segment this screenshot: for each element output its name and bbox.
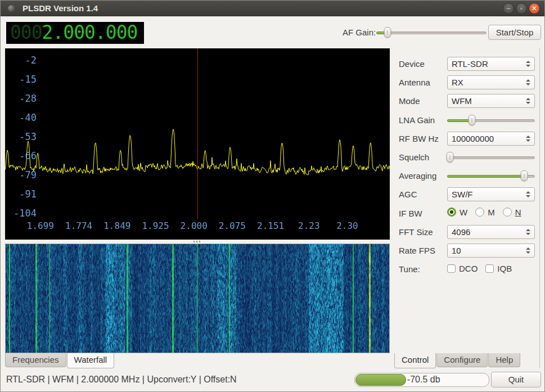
tab-control[interactable]: Control bbox=[394, 353, 436, 368]
spinner-arrows-icon[interactable] bbox=[526, 229, 530, 235]
radio-option-w[interactable]: W bbox=[447, 208, 467, 217]
row-averaging: Averaging bbox=[399, 166, 535, 185]
tab-waterfall[interactable]: Waterfall bbox=[67, 353, 115, 368]
spinbox-rf-bw-hz[interactable]: 100000000 bbox=[447, 132, 535, 146]
spinner-arrows-icon[interactable] bbox=[526, 98, 530, 104]
checkbox-option-dco[interactable]: DCO bbox=[447, 264, 478, 273]
frequency-dim-digits: 000 bbox=[10, 21, 42, 43]
display-tabbar: FrequenciesWaterfall bbox=[5, 353, 115, 368]
signal-level-value: -70.5 db bbox=[407, 375, 440, 385]
y-tick-label: -79 bbox=[8, 169, 37, 181]
slider-lna-gain[interactable] bbox=[447, 113, 535, 127]
label-agc: AGC bbox=[399, 190, 447, 199]
spinner-arrows-icon[interactable] bbox=[526, 247, 530, 254]
arrow-down-icon[interactable] bbox=[526, 83, 530, 85]
af-gain-slider[interactable] bbox=[376, 25, 487, 39]
arrow-up-icon[interactable] bbox=[526, 247, 530, 250]
tab-configure[interactable]: Configure bbox=[436, 353, 488, 367]
slider-track[interactable] bbox=[447, 156, 535, 159]
control-panel: DeviceRTL-SDRAntennaRXModeWFMLNA GainRF … bbox=[399, 55, 535, 278]
arrow-up-icon[interactable] bbox=[526, 191, 530, 193]
radio-icon[interactable] bbox=[503, 208, 512, 217]
slider-fill bbox=[447, 175, 524, 178]
radio-icon[interactable] bbox=[475, 208, 484, 217]
app-icon bbox=[8, 5, 15, 12]
arrow-down-icon[interactable] bbox=[526, 139, 530, 142]
combo-rate-fps[interactable]: 10 bbox=[447, 244, 535, 258]
arrow-down-icon[interactable] bbox=[526, 195, 530, 197]
spinner-arrows-icon[interactable] bbox=[526, 191, 530, 197]
value-rate-fps: 10 bbox=[452, 246, 461, 255]
frequency-lit-digits: 2.000.000 bbox=[42, 21, 138, 43]
pane-splitter[interactable] bbox=[5, 240, 390, 244]
slider-handle[interactable] bbox=[468, 115, 475, 125]
checkbox-label: IQB bbox=[497, 264, 512, 273]
radio-label: W bbox=[460, 208, 467, 217]
checkbox-icon[interactable] bbox=[485, 264, 494, 273]
row-agc: AGCSW/F bbox=[399, 185, 535, 204]
x-tick-label: 1.925 bbox=[142, 220, 169, 231]
title-bar[interactable]: PLSDR Version 1.4 – ▫ ✕ bbox=[1, 1, 544, 16]
arrow-up-icon[interactable] bbox=[526, 229, 530, 231]
label-lna-gain: LNA Gain bbox=[399, 115, 447, 125]
slider-averaging[interactable] bbox=[447, 169, 535, 183]
frequency-display[interactable]: 0002.000.000 bbox=[6, 22, 144, 44]
arrow-up-icon[interactable] bbox=[526, 98, 530, 100]
arrow-up-icon[interactable] bbox=[526, 136, 530, 138]
spectrum-display[interactable]: -2-15-28-40-53-66-79-91-1041.6991.7741.8… bbox=[5, 48, 390, 240]
panel-tabbar: ControlConfigureHelp bbox=[394, 353, 521, 368]
arrow-down-icon[interactable] bbox=[526, 65, 530, 67]
label-fft-size: FFT Size bbox=[399, 227, 447, 237]
slider-handle[interactable] bbox=[446, 152, 453, 163]
quit-button[interactable]: Quit bbox=[491, 372, 541, 388]
slider-handle[interactable] bbox=[384, 27, 391, 38]
tab-frequencies[interactable]: Frequencies bbox=[5, 353, 66, 367]
spinner-arrows-icon[interactable] bbox=[526, 136, 530, 142]
value-antenna: RX bbox=[452, 78, 463, 87]
start-stop-button[interactable]: Start/Stop bbox=[488, 25, 541, 40]
checkbox-icon[interactable] bbox=[447, 264, 456, 273]
spinner-arrows-icon[interactable] bbox=[526, 79, 530, 85]
radio-option-n[interactable]: N bbox=[503, 208, 521, 217]
y-tick-label: -28 bbox=[8, 93, 37, 104]
tab-help[interactable]: Help bbox=[488, 353, 520, 367]
row-mode: ModeWFM bbox=[399, 92, 535, 110]
spinner-arrows-icon[interactable] bbox=[526, 61, 530, 67]
combo-antenna[interactable]: RX bbox=[447, 75, 535, 89]
waterfall-canvas[interactable] bbox=[6, 244, 389, 353]
arrow-down-icon[interactable] bbox=[526, 102, 530, 104]
checkbox-option-iqb[interactable]: IQB bbox=[485, 264, 512, 273]
control-antenna: RX bbox=[447, 75, 535, 89]
radio-option-m[interactable]: M bbox=[475, 208, 495, 217]
close-button[interactable]: ✕ bbox=[529, 3, 540, 14]
radio-icon[interactable] bbox=[447, 208, 456, 217]
control-device: RTL-SDR bbox=[447, 57, 535, 71]
control-averaging bbox=[447, 169, 535, 183]
row-tune: Tune:DCOIQB bbox=[399, 260, 535, 278]
y-tick-label: -2 bbox=[8, 55, 37, 66]
label-device: Device bbox=[399, 59, 447, 69]
label-mode: Mode bbox=[399, 96, 447, 106]
combo-mode[interactable]: WFM bbox=[447, 94, 535, 108]
arrow-down-icon[interactable] bbox=[526, 233, 530, 235]
arrow-up-icon[interactable] bbox=[526, 61, 530, 63]
combo-device[interactable]: RTL-SDR bbox=[447, 57, 535, 71]
arrow-up-icon[interactable] bbox=[526, 79, 530, 82]
waterfall-display[interactable] bbox=[5, 244, 390, 353]
slider-track[interactable] bbox=[376, 31, 487, 34]
control-fft-size: 4096 bbox=[447, 225, 535, 239]
maximize-button[interactable]: ▫ bbox=[516, 3, 527, 14]
row-if-bw: IF BWWMN bbox=[399, 204, 535, 223]
splitter-grip-icon[interactable] bbox=[193, 241, 201, 242]
control-lna-gain bbox=[447, 113, 535, 127]
label-rf-bw-hz: RF BW Hz bbox=[399, 134, 447, 143]
arrow-down-icon[interactable] bbox=[526, 251, 530, 254]
value-rf-bw-hz: 100000000 bbox=[452, 134, 494, 143]
minimize-button[interactable]: – bbox=[503, 3, 514, 14]
combo-agc[interactable]: SW/F bbox=[447, 187, 535, 201]
row-rf-bw-hz: RF BW Hz100000000 bbox=[399, 129, 535, 148]
combo-fft-size[interactable]: 4096 bbox=[447, 225, 535, 239]
label-antenna: Antenna bbox=[399, 78, 447, 87]
slider-squelch[interactable] bbox=[447, 150, 535, 164]
slider-handle[interactable] bbox=[521, 170, 528, 181]
